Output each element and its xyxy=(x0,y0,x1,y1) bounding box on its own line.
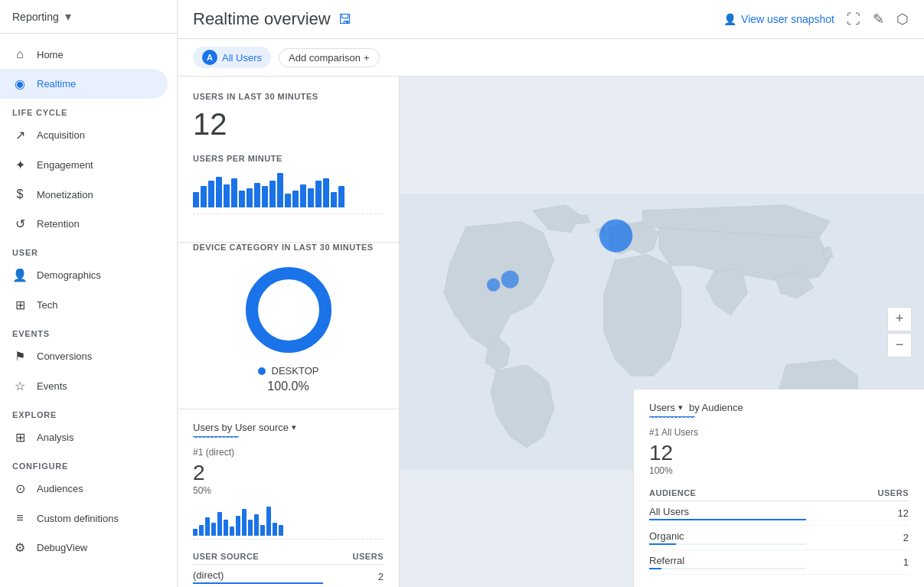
sidebar-item-tech[interactable]: ⊞ Tech xyxy=(0,290,168,320)
bar-segment xyxy=(323,178,329,207)
section-explore: EXPLORE xyxy=(0,401,177,422)
sidebar-item-label: Realtime xyxy=(37,78,76,90)
desktop-percentage: 100.0% xyxy=(267,380,309,393)
bar-segment xyxy=(224,184,230,207)
desktop-legend-label: DESKTOP xyxy=(272,365,319,377)
add-comparison-button[interactable]: Add comparison + xyxy=(279,48,380,67)
bottom-widgets: Users by User source ▾ #1 (direct) 2 50%… xyxy=(178,409,399,587)
audience-cell: All Users xyxy=(649,501,806,526)
save-icon[interactable]: 🖫 xyxy=(338,11,352,28)
acquisition-icon: ↗ xyxy=(12,128,28,142)
reporting-label: Reporting xyxy=(12,11,59,23)
audience-rank: #1 All Users xyxy=(649,427,909,438)
bar-segment xyxy=(193,192,199,207)
sidebar-item-label: Analysis xyxy=(37,432,73,443)
table-col-source: USER SOURCE xyxy=(193,549,323,565)
user-source-label: Users by User source xyxy=(193,422,289,433)
map-area: Map data ©2021 Terms of Use + − Users ▾ … xyxy=(400,77,924,587)
user-source-mini-chart xyxy=(193,505,384,536)
segment-label: All Users xyxy=(222,52,262,64)
sidebar-item-label: Demographics xyxy=(37,269,101,281)
users-cell: 1 xyxy=(806,550,909,575)
zoom-out-button[interactable]: − xyxy=(887,333,912,357)
retention-icon: ↺ xyxy=(12,217,28,231)
zoom-in-button[interactable]: + xyxy=(887,307,912,331)
chevron-down-icon: ▾ xyxy=(65,9,71,24)
audience-users-label: Users xyxy=(649,402,675,413)
device-legend: DESKTOP xyxy=(193,365,384,377)
user-source-count: 2 xyxy=(193,461,384,485)
sidebar-item-custom-definitions[interactable]: ≡ Custom definitions xyxy=(0,504,168,533)
table-col-users: USERS xyxy=(323,549,384,565)
sidebar-item-realtime[interactable]: ◉ Realtime xyxy=(0,69,168,99)
audience-col-users: USERS xyxy=(806,485,909,501)
bar-segment xyxy=(300,184,306,207)
chart-divider xyxy=(193,214,384,214)
bar-segment xyxy=(216,177,222,207)
mini-bar-segment xyxy=(236,516,240,536)
sidebar-item-demographics[interactable]: 👤 Demographics xyxy=(0,260,168,290)
dashboard: USERS IN LAST 30 MINUTES 12 USERS PER MI… xyxy=(178,77,924,587)
users-per-minute-chart xyxy=(193,169,384,207)
table-row: All Users 12 xyxy=(649,501,909,526)
demographics-icon: 👤 xyxy=(12,268,28,282)
bar-segment xyxy=(285,194,291,207)
sidebar-item-retention[interactable]: ↺ Retention xyxy=(0,209,168,239)
topbar: Realtime overview 🖫 👤 View user snapshot… xyxy=(178,0,924,39)
users-30min-label: USERS IN LAST 30 MINUTES xyxy=(193,92,384,101)
device-section: DEVICE CATEGORY IN LAST 30 MINUTES DESKT… xyxy=(178,243,399,409)
mini-bar-segment xyxy=(254,514,259,536)
events-icon: ☆ xyxy=(12,379,28,393)
users-cell: 12 xyxy=(806,501,909,526)
sidebar-item-home[interactable]: ⌂ Home xyxy=(0,40,168,69)
audience-dropdown-icon[interactable]: ▾ xyxy=(678,403,683,413)
sidebar-header[interactable]: Reporting ▾ xyxy=(0,0,177,34)
view-snapshot-label: View user snapshot xyxy=(741,13,834,25)
mini-bar-segment xyxy=(279,525,283,536)
filter-bar: A All Users Add comparison + xyxy=(178,39,924,77)
add-icon: + xyxy=(364,52,370,64)
edit-icon[interactable]: ✎ xyxy=(873,11,884,28)
sidebar-item-label: DebugView xyxy=(37,542,87,553)
sidebar-item-engagement[interactable]: ✦ Engagement xyxy=(0,150,168,180)
bar-segment xyxy=(292,191,299,207)
sidebar-item-label: Monetization xyxy=(37,189,93,201)
segment-letter: A xyxy=(202,50,217,65)
sidebar-item-acquisition[interactable]: ↗ Acquisition xyxy=(0,120,168,150)
all-users-segment[interactable]: A All Users xyxy=(193,47,271,68)
bar-segment xyxy=(201,186,207,207)
sidebar-item-audiences[interactable]: ⊙ Audiences xyxy=(0,474,168,504)
sidebar-item-debugview[interactable]: ⚙ DebugView xyxy=(0,533,168,563)
monetization-icon: $ xyxy=(12,188,28,201)
sidebar-item-label: Events xyxy=(37,380,67,392)
audience-col-name: AUDIENCE xyxy=(649,485,806,501)
analysis-icon: ⊞ xyxy=(12,430,28,445)
sidebar-item-conversions[interactable]: ⚑ Conversions xyxy=(0,341,168,371)
bar-segment xyxy=(315,181,322,207)
mini-bar-segment xyxy=(199,525,204,536)
table-row: (direct) 2 xyxy=(193,565,384,588)
share-icon[interactable]: ⬡ xyxy=(896,11,909,28)
tech-icon: ⊞ xyxy=(12,298,28,312)
svg-point-5 xyxy=(599,219,632,252)
audience-underline xyxy=(649,416,695,418)
user-source-title: Users by User source ▾ xyxy=(193,422,384,433)
add-comparison-label: Add comparison xyxy=(289,52,361,64)
sidebar: Reporting ▾ ⌂ Home ◉ Realtime LIFE CYCLE… xyxy=(0,0,178,587)
table-row: Organic 2 xyxy=(649,526,909,550)
bar-segment xyxy=(208,181,214,207)
fullscreen-icon[interactable]: ⛶ xyxy=(847,11,860,28)
bar-segment xyxy=(331,192,337,207)
mini-bar-segment xyxy=(211,523,216,536)
source-cell: (direct) xyxy=(193,565,323,588)
view-snapshot-button[interactable]: 👤 View user snapshot xyxy=(723,13,834,25)
user-source-dropdown-icon[interactable]: ▾ xyxy=(292,422,296,432)
audience-pct: 100% xyxy=(649,465,909,476)
sidebar-item-events[interactable]: ☆ Events xyxy=(0,371,168,401)
sidebar-item-label: Custom definitions xyxy=(37,513,119,524)
sidebar-item-analysis[interactable]: ⊞ Analysis xyxy=(0,422,168,452)
sidebar-item-monetization[interactable]: $ Monetization xyxy=(0,180,168,209)
bar-segment xyxy=(308,188,314,207)
bar-segment xyxy=(254,183,260,207)
topbar-right: 👤 View user snapshot ⛶ ✎ ⬡ xyxy=(723,11,909,28)
